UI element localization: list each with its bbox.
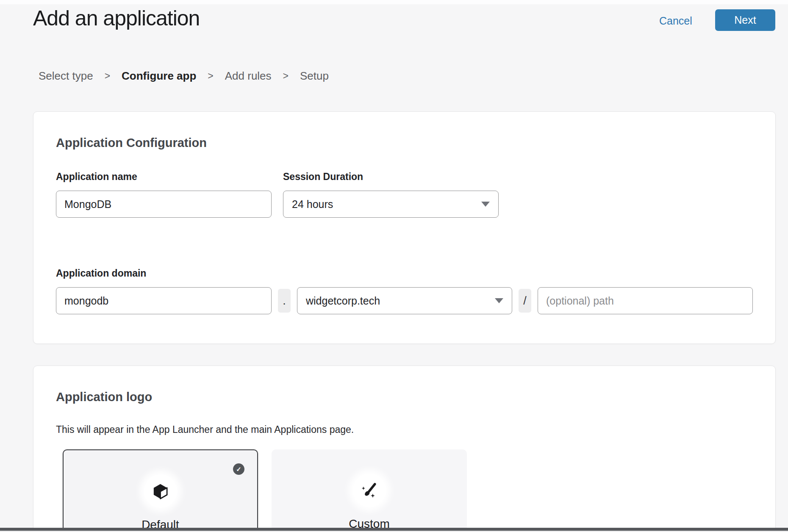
- application-logo-card: Application logo This will appear in the…: [33, 366, 776, 532]
- application-domain-label: Application domain: [56, 268, 753, 279]
- domain-select[interactable]: widgetcorp.tech: [297, 287, 512, 314]
- default-logo-circle: [144, 474, 177, 508]
- application-name-input[interactable]: [56, 191, 272, 218]
- application-name-label: Application name: [56, 171, 272, 183]
- logo-options: ✓ Default C: [63, 449, 753, 532]
- paintbrush-icon: [361, 482, 378, 499]
- session-duration-field: Session Duration 24 hours: [283, 171, 499, 218]
- step-setup[interactable]: Setup: [300, 69, 329, 83]
- cancel-button[interactable]: Cancel: [659, 15, 692, 27]
- domain-select-value: widgetcorp.tech: [306, 295, 380, 307]
- step-select-type[interactable]: Select type: [39, 69, 93, 83]
- selected-check-icon: ✓: [233, 463, 244, 475]
- subdomain-input[interactable]: [56, 287, 272, 314]
- application-name-field: Application name: [56, 171, 272, 218]
- window-top-edge: [0, 0, 788, 4]
- breadcrumb-separator: >: [208, 70, 213, 82]
- chevron-down-icon: [481, 202, 490, 207]
- session-duration-value: 24 hours: [292, 198, 333, 211]
- logo-card-heading: Application logo: [56, 366, 753, 404]
- logo-description: This will appear in the App Launcher and…: [56, 424, 753, 435]
- cube-icon: [152, 483, 169, 500]
- name-session-row: Application name Session Duration 24 hou…: [56, 171, 753, 218]
- slash-separator: /: [519, 289, 531, 313]
- breadcrumb: Select type > Configure app > Add rules …: [39, 69, 329, 83]
- logo-option-custom[interactable]: Custom: [272, 449, 467, 532]
- next-button[interactable]: Next: [715, 9, 775, 31]
- window-bottom-edge: [0, 528, 788, 531]
- chevron-down-icon: [495, 298, 503, 303]
- session-duration-label: Session Duration: [283, 171, 499, 183]
- custom-logo-circle: [352, 474, 386, 507]
- page-title: Add an application: [33, 6, 200, 30]
- application-configuration-card: Application Configuration Application na…: [33, 111, 776, 344]
- dot-separator: .: [278, 289, 291, 313]
- add-application-screen: Add an application Cancel Next Select ty…: [0, 0, 788, 532]
- breadcrumb-separator: >: [105, 70, 110, 82]
- step-add-rules[interactable]: Add rules: [225, 69, 272, 83]
- session-duration-select[interactable]: 24 hours: [283, 191, 499, 218]
- application-domain-row: . widgetcorp.tech /: [56, 287, 753, 314]
- path-input[interactable]: [538, 287, 753, 314]
- breadcrumb-separator: >: [283, 70, 289, 82]
- logo-option-default[interactable]: ✓ Default: [63, 449, 258, 532]
- step-configure-app[interactable]: Configure app: [122, 69, 196, 83]
- config-card-heading: Application Configuration: [56, 112, 753, 150]
